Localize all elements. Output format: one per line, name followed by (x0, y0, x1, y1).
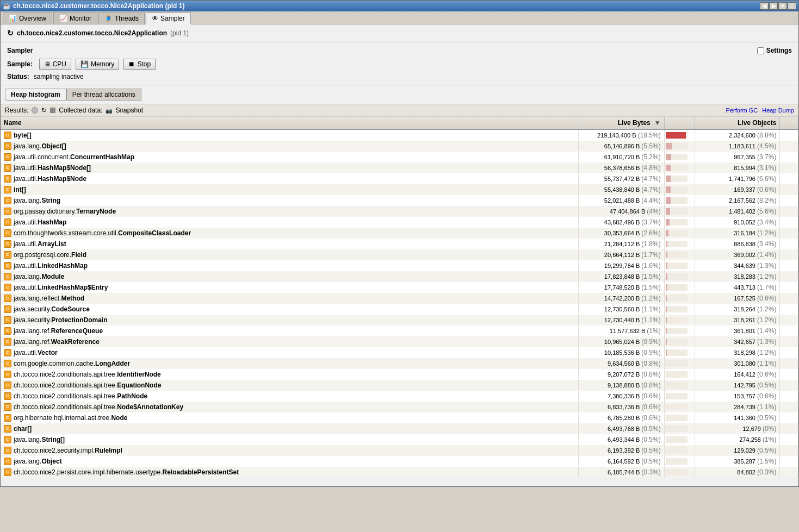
settings-label: Settings (766, 47, 792, 54)
live-objects-cell: 385,287 (1.5%) (695, 456, 780, 467)
table-row[interactable]: Cjava.security.CodeSource12,730,560 B (1… (1, 304, 798, 315)
bytes-bar-cell (664, 434, 695, 445)
objects-bar-cell (780, 228, 798, 239)
tab-monitor[interactable]: 📈 Monitor (53, 12, 97, 24)
memory-button[interactable]: 💾 Memory (76, 59, 119, 70)
table-row[interactable]: Cjava.lang.String[]6,493,344 B (0.5%)274… (1, 434, 798, 445)
tab-threads[interactable]: 🧵 Threads (98, 12, 145, 24)
table-row[interactable]: Cjava.lang.ref.ReferenceQueue11,577,632 … (1, 326, 798, 336)
name-cell: Ccom.google.common.cache.LongAdder (1, 358, 579, 368)
live-objects-cell: 967,355 (3.7%) (695, 152, 780, 162)
col-live-objects[interactable]: Live Objects (695, 117, 780, 129)
table-row[interactable]: Ccom.google.common.cache.LongAdder9,634,… (1, 358, 798, 369)
sub-tab-heap-histogram[interactable]: Heap histogram (5, 89, 66, 101)
class-name: java.lang.String[] (14, 436, 65, 443)
col-name[interactable]: Name (1, 117, 579, 129)
class-name: ch.tocco.nice2.persist.core.impl.hiberna… (14, 468, 239, 476)
class-icon: C (4, 273, 11, 280)
table-row[interactable]: Cch.tocco.nice2.conditionals.api.tree.Eq… (1, 380, 798, 391)
table-row[interactable]: Cjava.security.ProtectionDomain12,730,44… (1, 315, 798, 326)
table-row[interactable]: Cjava.util.HashMap$Node[]56,378,656 B (4… (1, 162, 798, 173)
class-icon: C (4, 218, 11, 226)
live-bytes-cell: 6,493,344 B (0.5%) (579, 434, 664, 445)
bytes-bar-cell (664, 152, 695, 162)
table-row[interactable]: Cjava.lang.String52,021,488 B (4.4%)2,16… (1, 195, 798, 206)
table-row[interactable]: Cjava.util.concurrent.ConcurrentHashMap6… (1, 152, 798, 162)
perform-gc-link[interactable]: Perform GC (726, 107, 758, 114)
table-row[interactable]: Cchar[]6,493,768 B (0.5%)12,679 (0%) (1, 423, 798, 434)
live-bytes-cell: 17,748,520 B (1.5%) (579, 282, 664, 293)
tab-overview[interactable]: 📊 Overview (3, 12, 52, 24)
class-name: java.security.CodeSource (14, 305, 90, 313)
heap-dump-link[interactable]: Heap Dump (762, 107, 794, 114)
table-row[interactable]: Cjava.util.LinkedHashMap$Entry17,748,520… (1, 282, 798, 293)
col-live-bytes[interactable]: Live Bytes ▼ (579, 117, 664, 129)
table-container[interactable]: Name Live Bytes ▼ Live Objects (1, 117, 798, 486)
restore-button[interactable]: ▼ (778, 2, 787, 10)
tab-overview-label: Overview (19, 15, 46, 22)
live-bytes-cell: 56,378,656 B (4.8%) (579, 162, 664, 173)
table-row[interactable]: Cjava.lang.Object6,164,592 B (0.5%)385,2… (1, 456, 798, 467)
table-row[interactable]: Cjava.util.ArrayList21,284,112 B (1.8%)8… (1, 239, 798, 249)
class-icon: C (4, 468, 11, 476)
table-row[interactable]: Cjava.lang.reflect.Method14,742,200 B (1… (1, 293, 798, 304)
minimize-button[interactable]: ◀ (760, 2, 769, 10)
table-row[interactable]: Corg.hibernate.hql.internal.ast.tree.Nod… (1, 412, 798, 423)
class-name: java.lang.Object[] (14, 142, 66, 150)
table-row[interactable]: Cch.tocco.nice2.conditionals.api.tree.No… (1, 402, 798, 412)
maximize-button[interactable]: ▶ (769, 2, 778, 10)
table-row[interactable]: Cjava.util.Vector10,185,536 B (0.9%)318,… (1, 347, 798, 358)
table-row[interactable]: Cjava.util.HashMap43,682,496 B (3.7%)910… (1, 217, 798, 228)
table-row[interactable]: Cch.tocco.nice2.conditionals.api.tree.Id… (1, 369, 798, 380)
sub-tab-per-thread[interactable]: Per thread allocations (66, 89, 141, 101)
stop-label: Stop (137, 60, 151, 68)
stop-button[interactable]: ⏹ Stop (123, 59, 156, 70)
table-row[interactable]: Cjava.util.HashMap$Node55,737,472 B (4.7… (1, 173, 798, 184)
class-icon: C (4, 403, 11, 411)
bytes-bar-cell (664, 380, 695, 391)
live-objects-cell: 129,029 (0.5%) (695, 445, 780, 456)
table-row[interactable]: Ccom.thoughtworks.xstream.core.util.Comp… (1, 228, 798, 239)
refresh-icon[interactable]: ↻ (7, 29, 14, 37)
live-bytes-cell: 7,380,336 B (0.6%) (579, 391, 664, 402)
objects-bar-cell (780, 184, 798, 195)
results-stop-icon (50, 108, 55, 113)
table-row[interactable]: Corg.postgresql.core.Field20,664,112 B (… (1, 249, 798, 260)
table-row[interactable]: Cjava.lang.Object[]65,146,896 B (5.5%)1,… (1, 141, 798, 152)
objects-bar-cell (780, 434, 798, 445)
bytes-bar-cell (664, 228, 695, 239)
table-row[interactable]: Cch.tocco.nice2.persist.core.impl.hibern… (1, 467, 798, 478)
live-bytes-cell: 12,730,440 B (1.1%) (579, 315, 664, 326)
bytes-bar-cell (664, 369, 695, 380)
objects-bar-cell (780, 195, 798, 206)
bytes-bar-cell (664, 206, 695, 217)
memory-icon: 💾 (80, 60, 89, 68)
close-button[interactable]: □ (788, 2, 796, 10)
class-name: java.lang.ref.WeakReference (14, 338, 100, 346)
table-row[interactable]: Cch.tocco.nice2.conditionals.api.tree.Pa… (1, 391, 798, 402)
title-bar-left: ☕ ch.tocco.nice2.customer.tocco.Nice2App… (3, 2, 184, 10)
name-cell: Cch.tocco.nice2.conditionals.api.tree.Pa… (1, 391, 579, 401)
table-row[interactable]: Cint[]55,438,840 B (4.7%)169,337 (0.6%) (1, 184, 798, 195)
class-name: java.util.HashMap (14, 218, 66, 226)
table-row[interactable]: Cjava.lang.ref.WeakReference10,965,024 B… (1, 336, 798, 347)
title-bar-controls[interactable]: ◀ ▶ ▼ □ (760, 2, 796, 10)
name-cell: Cchar[] (1, 423, 579, 434)
content-area: ↻ ch.tocco.nice2.customer.tocco.Nice2App… (1, 24, 798, 486)
table-row[interactable]: Cjava.lang.Module17,823,848 B (1.5%)318,… (1, 271, 798, 282)
table-row[interactable]: Cjava.util.LinkedHashMap19,299,784 B (1.… (1, 260, 798, 271)
live-objects-cell: 316,184 (1.2%) (695, 228, 780, 239)
results-refresh-icon[interactable]: ↻ (41, 107, 47, 114)
table-row[interactable]: Cbyte[]219,143,400 B (18.5%)2,324,600 (8… (1, 129, 798, 141)
main-window: ☕ ch.tocco.nice2.customer.tocco.Nice2App… (0, 0, 799, 487)
tab-sampler[interactable]: 👁 Sampler (146, 12, 191, 24)
heap-histogram-label: Heap histogram (11, 91, 60, 98)
bytes-bar-cell (664, 347, 695, 358)
table-body: Cbyte[]219,143,400 B (18.5%)2,324,600 (8… (1, 129, 798, 478)
class-icon: C (4, 164, 11, 172)
table-row[interactable]: Corg.passay.dictionary.TernaryNode47,404… (1, 206, 798, 217)
cpu-button[interactable]: 🖥 CPU (39, 59, 71, 70)
class-name: java.util.ArrayList (14, 240, 66, 248)
settings-checkbox[interactable] (757, 47, 764, 54)
table-row[interactable]: Cch.tocco.nice2.security.impl.RuleImpl6,… (1, 445, 798, 456)
